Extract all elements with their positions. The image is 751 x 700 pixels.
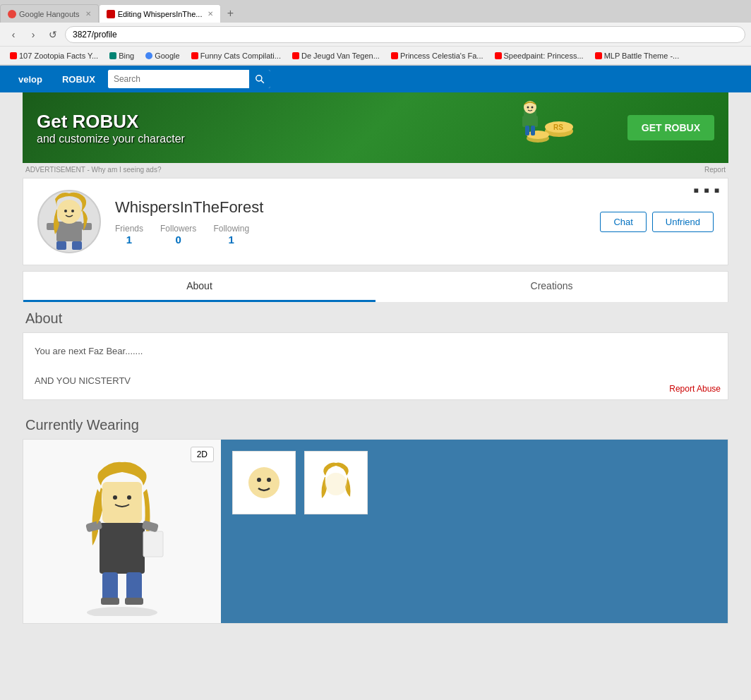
svg-point-20 — [57, 200, 81, 224]
ad-title: Get ROBUX — [37, 111, 185, 133]
google-icon — [145, 52, 152, 59]
tab-hangouts-close[interactable]: ✕ — [85, 10, 91, 18]
browser-chrome: Google Hangouts ✕ Editing WhispersInThe.… — [0, 0, 751, 66]
tab-hangouts-label: Google Hangouts — [19, 10, 80, 18]
address-input[interactable] — [65, 26, 745, 43]
stat-followers: Followers 0 — [160, 224, 196, 246]
new-tab-button[interactable]: + — [221, 4, 239, 23]
svg-point-23 — [87, 607, 157, 616]
chat-button[interactable]: Chat — [600, 212, 646, 232]
search-input[interactable] — [108, 70, 249, 88]
bookmark-google[interactable]: Google — [141, 50, 184, 61]
tab-about[interactable]: About — [23, 272, 376, 302]
search-icon — [255, 74, 265, 84]
bookmark-mlp[interactable]: MLP Battle Theme -... — [591, 50, 684, 61]
svg-rect-11 — [531, 126, 535, 135]
get-robux-button[interactable]: GET ROBUX — [627, 115, 714, 140]
bookmark-funny[interactable]: Funny Cats Compilati... — [187, 50, 285, 61]
svg-point-35 — [248, 467, 280, 498]
bookmark-google-label: Google — [155, 52, 179, 60]
search-container — [108, 70, 270, 88]
tab-hangouts[interactable]: Google Hangouts ✕ — [0, 4, 99, 23]
bookmark-funny-label: Funny Cats Compilati... — [200, 52, 281, 60]
unfriend-button[interactable]: Unfriend — [652, 212, 714, 232]
profile-username: WhispersInTheForest — [115, 198, 263, 217]
tab-roblox-close[interactable]: ✕ — [208, 10, 213, 18]
toggle-2d-button[interactable]: 2D — [191, 447, 214, 462]
address-bar-row: ‹ › ↺ — [0, 23, 751, 47]
svg-rect-29 — [126, 572, 142, 601]
profile-card: ■ ■ ■ — [23, 178, 728, 265]
reload-button[interactable]: ↺ — [45, 27, 61, 42]
wearing-header: Currently Wearing — [23, 411, 728, 439]
svg-rect-15 — [56, 222, 82, 241]
svg-rect-31 — [125, 598, 143, 605]
back-button[interactable]: ‹ — [6, 27, 21, 42]
about-text: You are next Faz Bear....... AND YOU NIC… — [35, 344, 716, 388]
svg-point-34 — [127, 495, 131, 500]
wearing-container: 2D — [23, 439, 728, 624]
nav-robux[interactable]: ROBUX — [52, 66, 105, 92]
profile-tabs: About Creations — [23, 271, 728, 302]
svg-rect-8 — [522, 116, 527, 127]
svg-rect-25 — [143, 531, 163, 557]
svg-point-38 — [325, 473, 347, 495]
yt-icon-mlp — [595, 52, 602, 59]
profile-stats: Friends 1 Followers 0 Following 1 — [115, 224, 263, 246]
bookmarks-bar: 107 Zootopia Facts Y... Bing Google Funn… — [0, 47, 751, 65]
ad-footer-left: ADVERTISEMENT - Why am I seeing ads? — [25, 166, 161, 174]
tab-creations[interactable]: Creations — [376, 272, 728, 302]
svg-point-37 — [267, 478, 271, 482]
svg-rect-19 — [72, 241, 82, 250]
bookmark-princess[interactable]: Princess Celestia's Fa... — [387, 50, 488, 61]
more-options-button[interactable]: ■ ■ ■ — [694, 186, 721, 195]
tab-roblox[interactable]: Editing WhispersInThe... ✕ — [99, 4, 222, 23]
bing-icon — [109, 52, 116, 59]
nav-develop[interactable]: velop — [8, 66, 52, 92]
about-line1: You are next Faz Bear....... — [35, 344, 716, 359]
svg-rect-10 — [525, 126, 529, 135]
svg-rect-9 — [534, 116, 538, 127]
bookmark-bing[interactable]: Bing — [105, 50, 138, 61]
ad-footer: ADVERTISEMENT - Why am I seeing ads? Rep… — [23, 164, 728, 175]
yt-icon-princess — [391, 52, 398, 59]
svg-point-0 — [256, 76, 262, 81]
profile-avatar-section: WhispersInTheForest Friends 1 Followers … — [37, 190, 263, 253]
yt-icon-speedpaint — [495, 52, 502, 59]
ad-illustration: RS — [503, 96, 587, 159]
roblox-tab-icon — [107, 10, 115, 18]
forward-button[interactable]: › — [25, 27, 41, 42]
stat-following: Following 1 — [213, 224, 249, 246]
bookmark-speedpaint[interactable]: Speedpaint: Princess... — [491, 50, 588, 61]
bookmark-bing-label: Bing — [119, 52, 134, 60]
wearing-item-hair[interactable] — [304, 451, 368, 514]
bookmark-jeugd[interactable]: De Jeugd Van Tegen... — [288, 50, 384, 61]
friends-value[interactable]: 1 — [115, 234, 143, 246]
followers-value[interactable]: 0 — [160, 234, 196, 246]
svg-text:RS: RS — [553, 123, 563, 131]
ad-subtitle: and customize your character — [37, 133, 185, 145]
svg-point-12 — [524, 101, 536, 114]
stat-friends: Friends 1 — [115, 224, 143, 246]
svg-rect-28 — [102, 572, 118, 601]
report-abuse-link[interactable]: Report Abuse — [669, 384, 721, 394]
ad-report-link[interactable]: Report — [704, 166, 726, 174]
following-value[interactable]: 1 — [213, 234, 249, 246]
ad-banner: Get ROBUX and customize your character R… — [23, 92, 728, 163]
search-button[interactable] — [249, 70, 270, 88]
bookmark-107-label: 107 Zootopia Facts Y... — [19, 52, 98, 60]
svg-rect-18 — [56, 241, 66, 250]
wearing-items-grid — [221, 440, 728, 623]
followers-label: Followers — [160, 224, 196, 234]
bookmark-107[interactable]: 107 Zootopia Facts Y... — [6, 50, 102, 61]
bookmark-princess-label: Princess Celestia's Fa... — [400, 52, 483, 60]
yt-icon-107 — [10, 52, 17, 59]
svg-point-6 — [527, 131, 549, 139]
page-body: Get ROBUX and customize your character R… — [0, 92, 751, 638]
tab-bar: Google Hangouts ✕ Editing WhispersInThe.… — [0, 0, 751, 23]
about-section-header: About — [23, 302, 728, 332]
hangouts-icon — [8, 10, 16, 18]
svg-rect-17 — [82, 223, 92, 230]
svg-point-21 — [64, 210, 67, 212]
wearing-item-face[interactable] — [232, 451, 296, 514]
